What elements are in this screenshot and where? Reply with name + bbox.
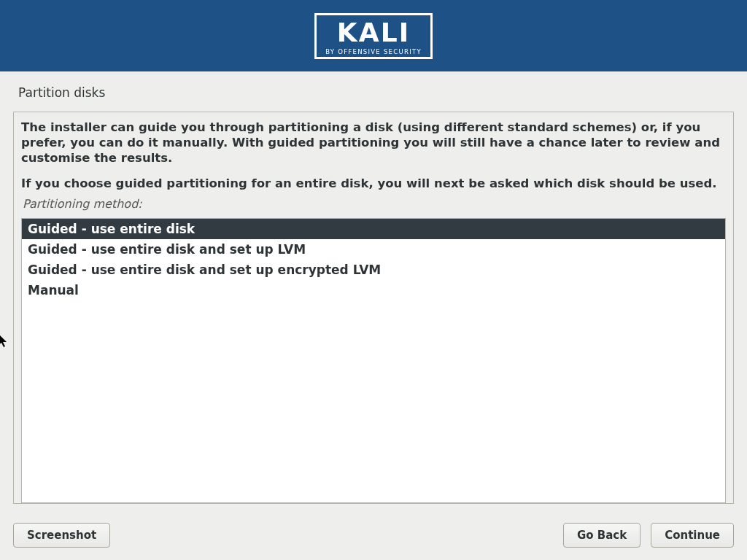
description-paragraph-2: If you choose guided partitioning for an… — [21, 176, 726, 191]
content-panel: The installer can guide you through part… — [13, 112, 734, 504]
option-guided-entire-disk[interactable]: Guided - use entire disk — [22, 219, 725, 239]
kali-logo: KALI BY OFFENSIVE SECURITY — [314, 13, 433, 59]
partitioning-method-list[interactable]: Guided - use entire disk Guided - use en… — [21, 218, 726, 503]
header-banner: KALI BY OFFENSIVE SECURITY — [0, 0, 747, 71]
mouse-cursor-icon — [0, 334, 9, 349]
option-guided-entire-disk-lvm[interactable]: Guided - use entire disk and set up LVM — [22, 239, 725, 260]
option-guided-entire-disk-encrypted-lvm[interactable]: Guided - use entire disk and set up encr… — [22, 260, 725, 280]
continue-button[interactable]: Continue — [651, 523, 734, 548]
page-title: Partition disks — [0, 71, 747, 112]
option-manual[interactable]: Manual — [22, 280, 725, 300]
description-paragraph-1: The installer can guide you through part… — [21, 120, 726, 166]
screenshot-button[interactable]: Screenshot — [13, 523, 110, 548]
logo-text: KALI — [337, 20, 411, 46]
go-back-button[interactable]: Go Back — [563, 523, 640, 548]
partitioning-method-label: Partitioning method: — [21, 197, 726, 211]
footer-right-group: Go Back Continue — [563, 523, 734, 548]
footer-bar: Screenshot Go Back Continue — [0, 504, 747, 548]
logo-subtitle: BY OFFENSIVE SECURITY — [325, 48, 422, 55]
